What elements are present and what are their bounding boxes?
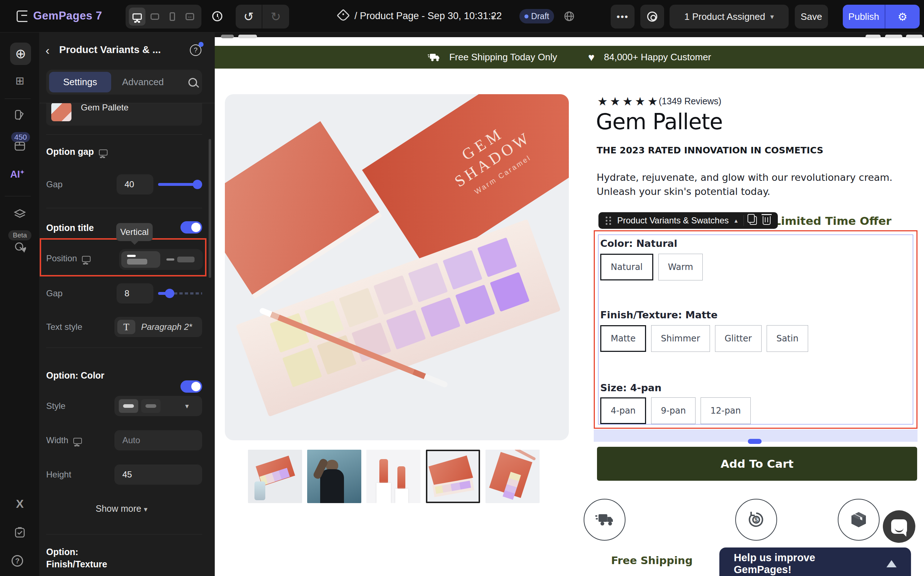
- device-tablet-button[interactable]: [147, 8, 163, 26]
- panel-scrollbar[interactable]: [209, 139, 211, 278]
- thumbnail-5[interactable]: [486, 450, 540, 503]
- thumbnail-4-selected[interactable]: [426, 450, 480, 503]
- element-toolbar: Product Variants & Swatches ▴: [598, 212, 778, 229]
- show-more-button[interactable]: Show more ▾: [96, 504, 147, 514]
- chat-launcher-button[interactable]: [883, 510, 915, 543]
- ellipsis-icon: •••: [617, 15, 628, 18]
- redo-button[interactable]: ↻: [262, 5, 289, 29]
- variant-size-4pan[interactable]: 4-pan: [600, 397, 646, 424]
- gap-slider-knob[interactable]: [193, 180, 202, 189]
- globe-icon[interactable]: [563, 10, 575, 22]
- add-element-button[interactable]: ⊕: [10, 43, 31, 65]
- app-logo: GemPages 7: [33, 10, 102, 22]
- tab-settings[interactable]: Settings: [49, 72, 111, 93]
- header-pill: [221, 35, 234, 38]
- preview-button[interactable]: [640, 5, 664, 29]
- width-label: Width: [46, 435, 82, 445]
- layers-icon[interactable]: [0, 209, 40, 220]
- style-label: Style: [46, 401, 66, 411]
- duplicate-icon[interactable]: [750, 216, 757, 225]
- typography-icon: T: [117, 320, 135, 334]
- theme-pages-icon[interactable]: [0, 109, 40, 121]
- product-main-image[interactable]: GEM SHADOW Warm Caramel: [225, 94, 569, 440]
- breadcrumb[interactable]: / Product Page - Sep 30, 10:31:22: [355, 10, 502, 22]
- style-option-filled[interactable]: [119, 399, 138, 413]
- tasks-icon[interactable]: [0, 526, 40, 538]
- device-desktop-button[interactable]: [129, 8, 145, 26]
- variant-finish-shimmer[interactable]: Shimmer: [651, 325, 710, 352]
- history-icon[interactable]: [212, 11, 222, 21]
- help-icon[interactable]: ?: [11, 555, 23, 566]
- ai-assistant-icon[interactable]: AI✦: [0, 169, 35, 180]
- gemx-icon[interactable]: X: [0, 497, 40, 511]
- money-back-icon: $: [747, 510, 766, 529]
- section-option-gap: Option gap: [46, 147, 107, 157]
- divider: [46, 208, 202, 208]
- width-input[interactable]: Auto: [114, 430, 202, 450]
- variant-size-label: Size: 4-pan: [600, 382, 662, 394]
- device-responsive-button[interactable]: [182, 8, 198, 26]
- product-assigned-dropdown[interactable]: 1 Product Assigned▾: [670, 5, 789, 29]
- back-icon[interactable]: ‹: [45, 43, 50, 58]
- left-icon-rail: ⊕ ⊞ 450 AI✦ Beta X ?: [0, 32, 40, 576]
- header-pill: [906, 35, 922, 38]
- spacing-drag-handle[interactable]: [748, 439, 762, 444]
- title-gap-label: Gap: [46, 288, 62, 298]
- drag-handle-icon[interactable]: [606, 216, 611, 225]
- title-gap-input[interactable]: 8: [117, 283, 153, 304]
- add-to-cart-button[interactable]: Add To Cart: [597, 447, 917, 481]
- element-toolbar-label[interactable]: Product Variants & Swatches: [617, 216, 729, 226]
- mobile-icon: [169, 12, 175, 21]
- variant-finish-satin[interactable]: Satin: [767, 325, 808, 352]
- variant-size-9pan[interactable]: 9-pan: [651, 397, 695, 424]
- header-pill: [238, 35, 257, 38]
- variant-size-12pan[interactable]: 12-pan: [700, 397, 750, 424]
- panel-search-icon[interactable]: [189, 78, 197, 86]
- save-button[interactable]: Save: [795, 5, 828, 29]
- option-title-toggle[interactable]: [181, 221, 202, 234]
- trash-icon[interactable]: [763, 216, 771, 225]
- publish-button[interactable]: Publish: [843, 5, 886, 29]
- text-style-selector[interactable]: T Paragraph 2*: [114, 317, 202, 337]
- sections-library-icon[interactable]: ⊞: [0, 74, 40, 87]
- gap-input[interactable]: 40: [117, 174, 153, 195]
- triangle-up-icon[interactable]: [886, 560, 897, 567]
- inventory-icon[interactable]: [0, 141, 40, 152]
- style-selector[interactable]: ▾: [114, 396, 202, 416]
- editor-topbar: GemPages 7 ↺ ↻ / Product Page - Sep 30, …: [0, 0, 924, 32]
- variant-color-warm[interactable]: Warm: [659, 254, 703, 280]
- more-options-button[interactable]: •••: [611, 5, 635, 29]
- selection-outline[interactable]: Color: Natural Natural Warm Finish/Textu…: [594, 230, 918, 429]
- publish-settings-button[interactable]: ⚙: [886, 5, 920, 29]
- truck-icon: [595, 512, 614, 527]
- limited-offer-text: Limited Time Offer: [766, 213, 892, 229]
- height-input[interactable]: 45: [114, 464, 202, 485]
- device-switcher: [126, 5, 201, 29]
- rail-divider: [5, 196, 31, 196]
- variant-finish-glitter[interactable]: Glitter: [715, 325, 762, 352]
- title-gap-slider-knob[interactable]: [165, 289, 174, 298]
- option-color-toggle[interactable]: [181, 381, 202, 393]
- breadcrumb-chevron-icon[interactable]: ▾: [491, 12, 495, 22]
- desktop-only-icon: [99, 149, 107, 155]
- variant-finish-matte[interactable]: Matte: [600, 325, 646, 352]
- thumbnail-3[interactable]: [366, 450, 420, 503]
- title-gap-slider-track[interactable]: [174, 292, 202, 294]
- product-title: Gem Pallete: [596, 109, 723, 134]
- style-option-outline[interactable]: [141, 399, 161, 413]
- responsive-icon: [185, 13, 194, 20]
- variant-color-natural[interactable]: Natural: [600, 254, 653, 280]
- product-thumbnail: [51, 102, 72, 121]
- device-mobile-button[interactable]: [164, 8, 181, 26]
- chevron-up-icon[interactable]: ▴: [734, 217, 738, 224]
- undo-button[interactable]: ↺: [236, 5, 262, 29]
- exit-editor-icon[interactable]: [17, 10, 27, 22]
- interactions-icon[interactable]: [0, 241, 40, 253]
- thumbnail-1[interactable]: [248, 450, 302, 503]
- feedback-toast[interactable]: Help us improve GemPages!: [719, 547, 911, 576]
- notification-dot: [198, 42, 203, 47]
- page-header-sliver: [215, 32, 924, 37]
- undo-redo-group: ↺ ↻: [236, 5, 289, 29]
- tab-advanced[interactable]: Advanced: [111, 77, 175, 88]
- thumbnail-2[interactable]: [307, 450, 361, 503]
